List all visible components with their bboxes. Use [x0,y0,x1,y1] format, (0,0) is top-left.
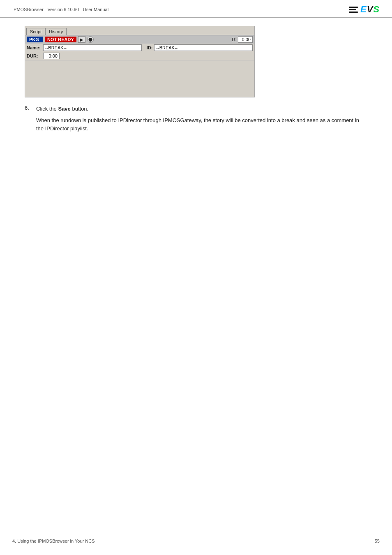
logo-s: S [373,4,380,14]
page-header: IPMOSBrowser - Version 6.10.90 - User Ma… [0,0,392,18]
logo-v: V [367,4,374,14]
name-input[interactable] [43,44,142,51]
circle-icon: ⬤ [88,37,92,42]
id-label: ID: [147,45,153,50]
page-content: Script History PKG NOT READY ▶ ⬤ D: 0:00… [0,18,392,141]
logo-text: EVS [360,4,380,15]
d-label: D: [232,37,236,42]
logo-line-1 [349,7,358,8]
logo-line-2 [349,9,356,10]
widget-container: Script History PKG NOT READY ▶ ⬤ D: 0:00… [25,26,255,97]
circle-button[interactable]: ⬤ [87,36,94,43]
d-value: 0:00 [238,36,253,43]
page-footer: 4. Using the IPMOSBrowser in Your NCS 55 [0,535,392,547]
dur-row: DUR: [25,52,254,60]
logo-line-3 [349,12,358,13]
id-input[interactable] [154,44,253,51]
play-icon: ▶ [80,37,83,42]
save-bold: Save [58,106,70,112]
play-button[interactable]: ▶ [78,36,85,43]
document-title: IPMOSBrowser - Version 6.10.90 - User Ma… [12,7,108,12]
description-text: When the rundown is published to IPDirec… [36,116,367,134]
logo-e: E [360,4,367,14]
footer-right: 55 [375,539,380,543]
dur-input[interactable] [43,53,60,59]
toolbar-row: PKG NOT READY ▶ ⬤ D: 0:00 [25,35,254,44]
name-id-row: Name: ID: [25,44,254,52]
tab-script[interactable]: Script [26,28,45,35]
empty-area [25,60,254,97]
not-ready-button[interactable]: NOT READY [45,37,76,42]
step-number: 6. [25,105,33,113]
evs-logo: EVS [349,4,380,15]
footer-left: 4. Using the IPMOSBrowser in Your NCS [12,539,95,543]
tab-history[interactable]: History [45,28,67,35]
name-label: Name: [27,45,42,50]
tabs-bar: Script History [25,26,254,35]
dur-label: DUR: [27,53,42,58]
step-text: Click the Save button. [36,105,88,113]
step-6-container: 6. Click the Save button. [25,105,367,113]
pkg-label: PKG [27,37,43,42]
logo-lines [349,7,358,13]
